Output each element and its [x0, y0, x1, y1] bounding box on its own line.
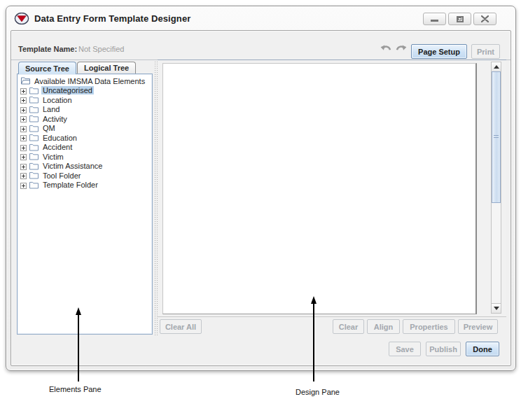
minimize-button[interactable] — [423, 13, 446, 25]
tree-item-label: Activity — [41, 115, 69, 123]
footer-toolbar: Save Publish Done — [11, 342, 499, 356]
tree-item-template-folder[interactable]: Template Folder — [18, 181, 152, 190]
expand-plus-icon[interactable] — [20, 115, 27, 122]
properties-button[interactable]: Properties — [403, 319, 455, 334]
save-button[interactable]: Save — [389, 342, 421, 356]
expand-plus-icon[interactable] — [20, 125, 27, 132]
folder-icon — [29, 172, 39, 179]
folder-icon — [29, 87, 39, 94]
folder-icon — [29, 153, 39, 160]
scroll-down-button[interactable] — [492, 303, 501, 313]
tree-item-victim-assistance[interactable]: Victim Assistance — [18, 162, 152, 172]
folder-icon — [29, 162, 39, 170]
tree-item-label: Victim Assistance — [41, 162, 104, 170]
tree-root-row[interactable]: Available IMSMA Data Elements — [18, 76, 152, 86]
triangle-down-icon — [494, 307, 499, 310]
tree-root-label: Available IMSMA Data Elements — [33, 77, 146, 85]
scroll-up-button[interactable] — [492, 62, 501, 72]
design-scrollbar[interactable] — [491, 62, 501, 314]
design-pane: Clear All Clear Align Properties Preview — [158, 59, 506, 336]
tree-item-accident[interactable]: Accident — [18, 143, 152, 153]
expand-plus-icon[interactable] — [20, 144, 27, 150]
scrollbar-thumb[interactable] — [492, 71, 501, 203]
tree-item-victim[interactable]: Victim — [18, 152, 152, 162]
design-canvas[interactable] — [162, 63, 477, 314]
expand-plus-icon[interactable] — [20, 153, 27, 160]
tree-item-land[interactable]: Land — [18, 105, 152, 115]
tree-item-label: Location — [41, 96, 74, 104]
tree-item-label: Uncategorised — [41, 86, 94, 94]
tree-item-label: Accident — [41, 143, 74, 151]
scrollbar-grip-icon — [494, 135, 499, 139]
tree-item-location[interactable]: Location — [18, 95, 152, 105]
elements-pane-annotation: Elements Pane — [49, 385, 102, 393]
window-title: Data Entry Form Template Designer — [34, 13, 190, 24]
tab-source-tree[interactable]: Source Tree — [18, 62, 76, 74]
tree-item-label: Victim — [41, 153, 65, 161]
elements-pane-arrow-line — [78, 314, 79, 382]
folder-icon — [29, 106, 39, 113]
tree-item-label: Template Folder — [41, 181, 99, 189]
imsma-logo-icon — [14, 13, 29, 24]
folder-icon — [29, 181, 39, 189]
clear-button[interactable]: Clear — [333, 319, 364, 334]
design-pane-arrow-line — [313, 303, 314, 382]
tree-tabs: Source Tree Logical Tree — [18, 62, 137, 74]
align-button[interactable]: Align — [367, 319, 400, 334]
publish-button[interactable]: Publish — [426, 342, 461, 356]
tree-item-qm[interactable]: QM — [18, 124, 152, 134]
folder-icon — [29, 134, 39, 141]
tree-item-tool-folder[interactable]: Tool Folder — [18, 171, 152, 181]
maximize-button[interactable] — [448, 13, 471, 25]
folder-icon — [29, 125, 39, 132]
template-name-value: Not Specified — [78, 45, 124, 53]
redo-arrow-icon — [395, 44, 407, 55]
tree-item-label: Education — [41, 134, 78, 142]
expand-plus-icon[interactable] — [20, 163, 27, 169]
tree-item-uncategorised[interactable]: Uncategorised — [18, 86, 152, 96]
template-name-label: Template Name: — [18, 45, 77, 53]
tree-item-activity[interactable]: Activity — [18, 114, 152, 124]
folder-icon — [29, 115, 39, 122]
app-window: Data Entry Form Template Designer Templa… — [6, 6, 516, 371]
expand-plus-icon[interactable] — [20, 97, 27, 103]
design-pane-annotation: Design Pane — [296, 388, 340, 396]
maximize-icon — [457, 16, 464, 22]
preview-button[interactable]: Preview — [458, 319, 498, 334]
folder-icon — [29, 96, 39, 104]
done-button[interactable]: Done — [466, 342, 499, 356]
tab-logical-tree[interactable]: Logical Tree — [77, 62, 136, 74]
triangle-up-icon — [494, 65, 499, 69]
window-controls — [423, 13, 496, 25]
history-toolbar — [380, 43, 407, 55]
tree-item-label: QM — [41, 124, 57, 132]
expand-plus-icon[interactable] — [20, 88, 27, 94]
undo-button[interactable] — [380, 43, 392, 55]
design-toolbar: Clear All Clear Align Properties Preview — [158, 316, 506, 337]
minimize-icon — [431, 20, 438, 22]
expand-plus-icon[interactable] — [20, 182, 27, 188]
folder-icon — [29, 144, 39, 151]
close-icon — [481, 15, 489, 22]
close-button[interactable] — [473, 13, 496, 25]
title-bar[interactable]: Data Entry Form Template Designer — [6, 6, 515, 30]
tree-item-education[interactable]: Education — [18, 133, 152, 143]
expand-plus-icon[interactable] — [20, 134, 27, 141]
open-folder-icon — [21, 77, 30, 85]
expand-plus-icon[interactable] — [20, 106, 27, 113]
tree-item-label: Tool Folder — [41, 172, 82, 180]
print-button[interactable]: Print — [471, 44, 500, 59]
expand-plus-icon[interactable] — [20, 172, 27, 178]
tree-item-label: Land — [41, 105, 61, 113]
redo-button[interactable] — [394, 43, 407, 55]
page: { "window": { "title": "Data Entry Form … — [0, 0, 521, 420]
design-toolbar-right: Clear Align Properties Preview — [333, 319, 498, 334]
main-panel: Template Name: Not Specified Page Setup … — [11, 30, 511, 366]
elements-pane: Available IMSMA Data Elements Uncategori… — [17, 74, 153, 335]
undo-arrow-icon — [380, 44, 392, 55]
page-setup-button[interactable]: Page Setup — [411, 44, 467, 59]
clear-all-button[interactable]: Clear All — [160, 319, 202, 334]
